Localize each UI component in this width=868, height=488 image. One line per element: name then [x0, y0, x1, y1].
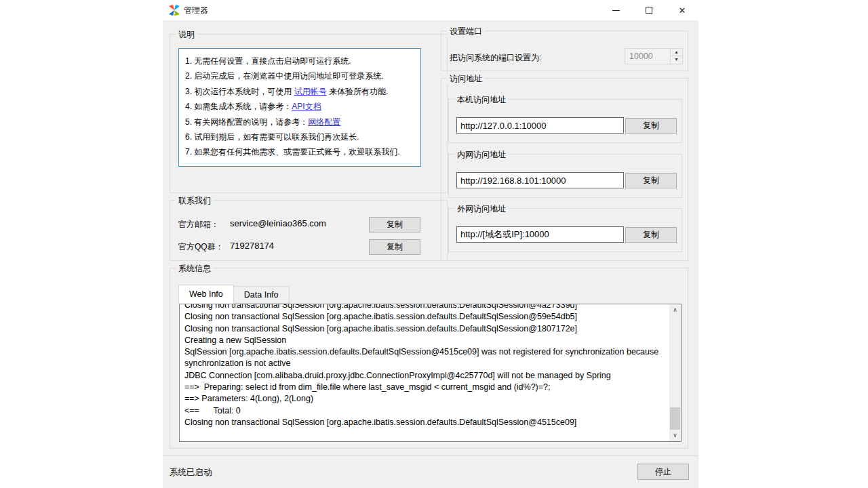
log-line: ==> Parameters: 4(Long), 2(Long)	[184, 393, 665, 405]
tab-data-info[interactable]: Data Info	[234, 286, 290, 304]
app-window: 管理器 ✕ 说明 1. 无需任何设置，直接点击启动即可运行系统. 2. 启动完成…	[163, 0, 698, 488]
copy-qq-button[interactable]: 复制	[369, 239, 420, 255]
scrollbar-thumb[interactable]	[670, 407, 680, 430]
spin-down-icon[interactable]: ▼	[671, 56, 682, 64]
minimize-icon	[612, 10, 620, 11]
instruction-line: 6. 试用到期后，如有需要可以联系我们再次延长.	[185, 129, 414, 144]
instruction-line: 1. 无需任何设置，直接点击启动即可运行系统.	[185, 54, 414, 68]
statusbar-divider	[163, 455, 698, 456]
spinner-arrows: ▲ ▼	[670, 49, 682, 64]
instruction-line: 3. 初次运行本系统时，可使用 试用帐号 来体验所有功能.	[185, 84, 414, 99]
addresses-group: 访问地址 本机访问地址 复制 内网访问地址 复制 外网访问地址 复制	[441, 78, 688, 261]
app-icon	[169, 5, 180, 16]
log-line: <== Total: 0	[184, 405, 665, 417]
wan-address-label: 外网访问地址	[454, 203, 509, 215]
window-title: 管理器	[184, 0, 208, 20]
instruction-line: 7. 如果您有任何其他需求、或需要正式账号，欢迎联系我们.	[185, 144, 414, 159]
instruction-line: 4. 如需集成本系统，请参考：API文档	[185, 99, 414, 114]
addresses-group-title: 访问地址	[447, 73, 485, 85]
system-info-group-title: 系统信息	[176, 263, 214, 274]
api-doc-link[interactable]: API文档	[292, 102, 321, 111]
email-value: service@leiniao365.com	[230, 218, 326, 228]
close-icon: ✕	[679, 6, 686, 15]
email-label: 官方邮箱：	[178, 219, 219, 230]
local-address-label: 本机访问地址	[454, 94, 509, 106]
wan-address-group: 外网访问地址 复制	[448, 208, 682, 252]
lan-address-group: 内网访问地址 复制	[448, 154, 682, 198]
maximize-button[interactable]	[633, 0, 665, 20]
port-group-title: 设置端口	[447, 26, 485, 37]
lan-address-label: 内网访问地址	[454, 149, 509, 161]
log-line: JDBC Connection [com.alibaba.druid.proxy…	[184, 370, 665, 382]
scroll-up-icon[interactable]: ∧	[669, 304, 681, 316]
local-address-group: 本机访问地址 复制	[448, 99, 682, 143]
port-value: 10000	[629, 49, 653, 64]
qq-group-value: 719278174	[230, 241, 274, 251]
log-line: ==> Preparing: select id from dim_file.f…	[184, 382, 665, 393]
copy-local-address-button[interactable]: 复制	[625, 118, 677, 134]
log-line: Closing non transactional SqlSession [or…	[184, 311, 665, 323]
trial-account-link[interactable]: 试用帐号	[294, 87, 327, 96]
copy-wan-address-button[interactable]: 复制	[625, 227, 677, 243]
port-group: 设置端口 把访问系统的端口设置为: 10000 ▲ ▼	[441, 30, 688, 71]
log-line: synchronization is not active	[184, 358, 665, 369]
instructions-group-title: 说明	[176, 29, 197, 41]
local-address-input[interactable]	[456, 117, 624, 134]
lan-address-input[interactable]	[456, 172, 624, 188]
log-line: Creating a new SqlSession	[184, 335, 665, 346]
instruction-line: 5. 有关网络配置的说明，请参考：网络配置	[185, 115, 414, 129]
copy-lan-address-button[interactable]: 复制	[625, 173, 677, 188]
instructions-group: 说明 1. 无需任何设置，直接点击启动即可运行系统. 2. 启动完成后，在浏览器…	[170, 34, 448, 193]
port-label: 把访问系统的端口设置为:	[450, 52, 541, 64]
instructions-box: 1. 无需任何设置，直接点击启动即可运行系统. 2. 启动完成后，在浏览器中使用…	[178, 48, 421, 167]
system-info-group: 系统信息 Web InfoData Info Closing non trans…	[170, 268, 688, 449]
log-tabs: Web InfoData Info	[178, 285, 290, 304]
tab-web-info[interactable]: Web Info	[178, 285, 234, 304]
maximize-icon	[646, 7, 652, 14]
log-line: Closing non transactional SqlSession [or…	[184, 323, 665, 335]
contact-group-title: 联系我们	[176, 195, 214, 207]
log-scrollbar[interactable]: ∧ ∨	[669, 304, 681, 441]
instruction-line: 2. 启动完成后，在浏览器中使用访问地址即可登录系统.	[185, 68, 414, 83]
log-output[interactable]: Closing non transactional SqlSession [or…	[179, 304, 682, 442]
wan-address-input[interactable]	[456, 226, 624, 243]
contact-group: 联系我们 官方邮箱： service@leiniao365.com 复制 官方Q…	[170, 200, 448, 261]
qq-group-label: 官方QQ群：	[178, 241, 224, 253]
scroll-down-icon[interactable]: ∨	[669, 430, 681, 441]
log-line: Closing non transactional SqlSession [or…	[184, 417, 665, 428]
log-text: Closing non transactional SqlSession [or…	[180, 304, 669, 441]
log-line: SqlSession [org.apache.ibatis.session.de…	[184, 346, 665, 358]
stop-button[interactable]: 停止	[637, 464, 689, 480]
copy-email-button[interactable]: 复制	[369, 217, 420, 232]
port-spinner[interactable]: 10000 ▲ ▼	[625, 48, 683, 64]
close-button[interactable]: ✕	[667, 0, 698, 20]
log-line: Closing non transactional SqlSession [or…	[184, 304, 665, 311]
status-text: 系统已启动	[170, 467, 212, 479]
title-bar: 管理器 ✕	[163, 0, 698, 20]
minimize-button[interactable]	[600, 0, 631, 20]
network-config-link[interactable]: 网络配置	[308, 117, 340, 127]
spin-up-icon[interactable]: ▲	[671, 49, 682, 56]
